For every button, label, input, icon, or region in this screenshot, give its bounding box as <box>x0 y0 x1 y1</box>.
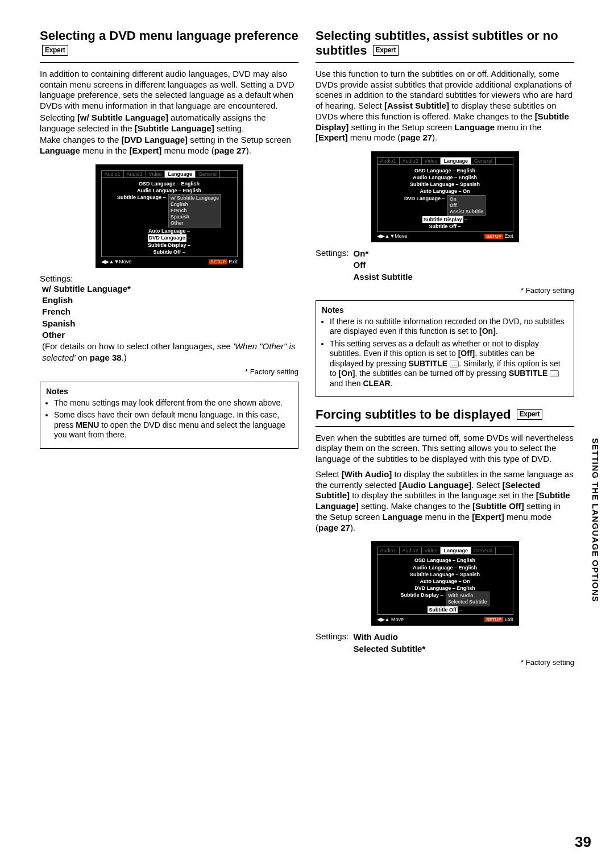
notes-heading: Notes <box>46 387 292 396</box>
osd-dropdown: OnOffAssist Subtitle <box>447 195 486 216</box>
factory-setting-note: * Factory setting <box>316 286 574 295</box>
osd-tab: Audio1 <box>102 171 124 177</box>
settings-block: Settings: With Audio Selected Subtitle* <box>316 631 574 655</box>
section-title-wrap: Forcing subtitles to be displayed Expert <box>316 407 574 427</box>
expert-badge: Expert <box>42 45 68 55</box>
option: English <box>42 295 298 306</box>
right-column: Selecting subtitles, assist subtitles or… <box>316 28 574 667</box>
option: With Audio <box>354 631 426 643</box>
osd-tab: Video <box>146 171 165 177</box>
nav-arrows-icon: ◀▶▲▼Move <box>377 233 408 239</box>
osd-screenshot: Audio1 Audio2 Video Language General OSD… <box>96 164 243 268</box>
section-title: Selecting subtitles, assist subtitles or… <box>316 28 574 59</box>
osd-screenshot: Audio1 Audio2 Video Language General OSD… <box>371 541 519 626</box>
notes-heading: Notes <box>322 305 568 315</box>
section-title: Selecting a DVD menu language preference… <box>40 28 298 59</box>
title-text: Selecting subtitles, assist subtitles or… <box>316 28 558 57</box>
body-para: Even when the subtitles are turned off, … <box>316 433 574 465</box>
osd-footer: ◀▶▲▼Move SETUP Exit <box>101 257 238 264</box>
side-chapter-label: SETTING THE LANGUAGE OPTIONS <box>591 438 600 602</box>
option: w/ Subtitle Language* <box>42 283 298 295</box>
settings-label: Settings: <box>316 631 349 641</box>
section-title: Forcing subtitles to be displayed Expert <box>316 407 574 422</box>
notes-box: Notes The menu settings may look differe… <box>40 382 298 449</box>
body-para: Selecting [w/ Subtitle Language] automat… <box>40 113 298 134</box>
section-title-wrap: Selecting subtitles, assist subtitles or… <box>316 28 574 63</box>
notes-box: Notes If there is no subtitle informatio… <box>316 300 574 398</box>
option: Assist Subtitle <box>354 271 413 283</box>
factory-setting-note: * Factory setting <box>316 658 574 667</box>
settings-block: Settings: w/ Subtitle Language* English … <box>40 274 298 364</box>
settings-label: Settings: <box>316 248 349 258</box>
osd-dropdown: With AudioSelected Subtitle <box>446 592 489 606</box>
osd-dropdown: w/ Subtitle LanguageEnglishFrenchSpanish… <box>168 194 221 228</box>
nav-arrows-icon: ◀▶▲▼Move <box>101 259 132 264</box>
osd-tab-active: Language <box>165 171 196 177</box>
expert-badge: Expert <box>373 45 399 55</box>
body-para: In addition to containing different audi… <box>40 69 298 111</box>
title-text: Selecting a DVD menu language preference <box>40 28 298 43</box>
settings-options: With Audio Selected Subtitle* <box>354 631 426 655</box>
osd-screenshot: Audio1 Audio2 Video Language General OSD… <box>371 151 519 242</box>
option: Off <box>354 259 413 271</box>
factory-setting-note: * Factory setting <box>40 367 298 376</box>
osd-tab: Audio2 <box>124 171 146 177</box>
settings-block: Settings: On* Off Assist Subtitle <box>316 248 574 283</box>
setup-badge: SETUP <box>209 259 227 264</box>
settings-options: On* Off Assist Subtitle <box>354 248 413 283</box>
options-extra-note: (For details on how to select other lang… <box>42 341 298 364</box>
section-title-wrap: Selecting a DVD menu language preference… <box>40 28 298 63</box>
settings-label: Settings: <box>40 274 73 283</box>
nav-arrows-icon: ◀▶▲ Move <box>377 617 404 622</box>
list-item: The menu settings may look different fro… <box>54 398 292 408</box>
left-column: Selecting a DVD menu language preference… <box>40 28 298 667</box>
option: Selected Subtitle* <box>354 643 426 655</box>
option: Other <box>42 329 298 341</box>
option: On* <box>354 248 413 259</box>
list-item: If there is no subtitle information reco… <box>330 317 568 337</box>
settings-options: w/ Subtitle Language* English French Spa… <box>42 283 298 364</box>
page-content: Selecting a DVD menu language preference… <box>0 0 614 689</box>
osd-tabs: Audio1 Audio2 Video Language General <box>101 170 238 178</box>
list-item: Some discs have their own default menu l… <box>54 410 292 440</box>
option: Spanish <box>42 318 298 329</box>
body-para: Use this function to turn the subtitles … <box>316 69 574 143</box>
option: French <box>42 306 298 317</box>
list-item: This setting serves as a default as whet… <box>330 339 568 389</box>
osd-body: OSD Language – English Audio Language – … <box>101 178 238 257</box>
body-para: Make changes to the [DVD Language] setti… <box>40 135 298 156</box>
body-para: Select [With Audio] to display the subti… <box>316 469 574 534</box>
osd-tab: General <box>196 171 220 177</box>
title-text: Forcing subtitles to be displayed <box>316 407 511 421</box>
expert-badge: Expert <box>517 409 543 419</box>
page-number: 39 <box>575 833 591 851</box>
